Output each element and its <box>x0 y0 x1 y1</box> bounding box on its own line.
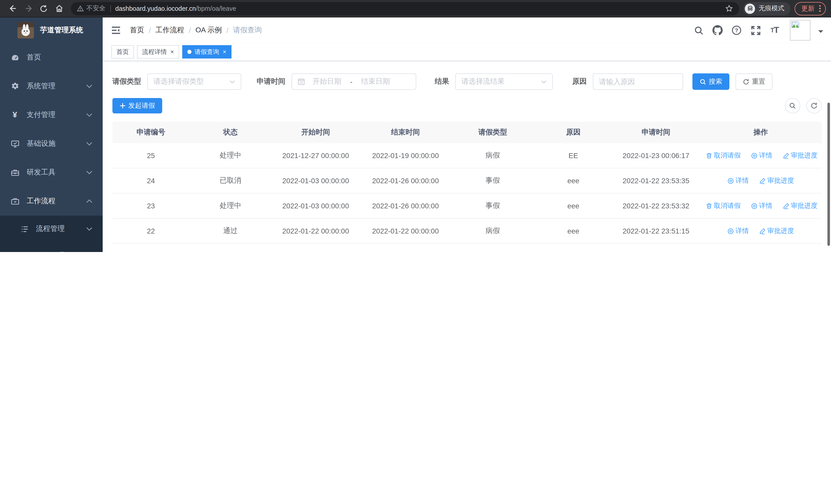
table-header-row: 申请编号 状态 开始时间 结束时间 请假类型 原因 申请时间 操作 <box>112 122 822 143</box>
detail-link[interactable]: 详情 <box>727 176 749 185</box>
breadcrumb-oa-example[interactable]: OA 示例 <box>196 26 222 35</box>
sidebar-item-home[interactable]: 首页 <box>0 43 103 72</box>
forward-icon[interactable] <box>22 2 34 14</box>
result-select[interactable]: 请选择流结果 <box>455 73 553 90</box>
apply-time-range-picker[interactable]: 开始日期 - 结束日期 <box>291 73 416 90</box>
chrome-update-button[interactable]: 更新 <box>795 2 826 15</box>
col-status: 状态 <box>190 122 271 143</box>
top-navbar: 首页 / 工作流程 / OA 示例 / 请假查询 ? <box>103 18 831 43</box>
chevron-down-icon <box>86 170 92 175</box>
gear-icon <box>10 82 20 91</box>
reason-input[interactable] <box>593 73 683 90</box>
sidebar-item-infrastructure[interactable]: 基础设施 <box>0 129 103 158</box>
page-content: 请假类型 请选择请假类型 申请时间 开始日期 - 结束日期 结果 <box>103 61 831 252</box>
row-actions: 取消请假 详情 审批进度 <box>699 143 822 168</box>
sidebar-item-system[interactable]: 系统管理 <box>0 72 103 100</box>
security-status[interactable]: 不安全 <box>77 4 106 13</box>
help-icon[interactable]: ? <box>731 25 742 36</box>
approval-progress-link[interactable]: 审批进度 <box>783 251 818 252</box>
search-icon <box>789 102 796 109</box>
show-search-toggle-button[interactable] <box>785 98 800 113</box>
sidebar-item-workflow[interactable]: 工作流程 <box>0 187 103 215</box>
tab-process-detail[interactable]: 流程详情 × <box>137 45 179 59</box>
active-dot <box>188 50 192 54</box>
browser-menu-icon[interactable] <box>819 5 821 12</box>
detail-link[interactable]: 详情 <box>751 201 773 210</box>
tab-leave-query[interactable]: 请假查询 × <box>182 45 231 59</box>
table-row[interactable]: 25 处理中 2021-12-27 00:00:00 2022-01-19 00… <box>112 143 822 168</box>
approval-progress-link[interactable]: 审批进度 <box>783 151 818 160</box>
broken-image-icon <box>792 22 799 28</box>
col-apply-time: 申请时间 <box>612 122 699 143</box>
chevron-down-icon <box>86 142 92 146</box>
avatar[interactable] <box>790 20 810 40</box>
browser-toolbar: 不安全 dashboard.yudao.iocoder.cn/bpm/oa/le… <box>0 0 831 18</box>
apply-time-label: 申请时间 <box>257 77 285 86</box>
view-icon <box>727 177 734 184</box>
dashboard-icon <box>10 53 20 62</box>
incognito-badge: 无痕模式 <box>743 2 791 15</box>
leave-type-select[interactable]: 请选择请假类型 <box>147 73 241 90</box>
app-logo: 芋道管理系统 <box>0 18 103 43</box>
row-actions: 取消请假 详情 审批进度 <box>699 193 822 218</box>
reset-button[interactable]: 重置 <box>736 73 773 90</box>
approval-progress-link[interactable]: 审批进度 <box>759 176 794 185</box>
search-button[interactable]: 搜索 <box>692 73 729 90</box>
header-search-icon[interactable] <box>693 25 704 36</box>
fullscreen-icon[interactable] <box>750 25 761 36</box>
tags-view: 首页 流程详情 × 请假查询 × <box>103 43 831 61</box>
sidebar-item-process-management[interactable]: 流程管理 <box>0 215 103 242</box>
view-icon <box>751 152 757 159</box>
detail-link[interactable]: 详情 <box>751 151 773 160</box>
detail-link[interactable]: 详情 <box>727 226 749 236</box>
font-size-icon[interactable]: TT <box>769 25 780 36</box>
sidebar-item-task-management[interactable]: 任务管理 <box>0 242 103 252</box>
chevron-up-icon <box>86 199 92 203</box>
yen-icon: ¥ <box>10 110 20 120</box>
cancel-leave-link[interactable]: 取消请假 <box>706 251 741 252</box>
cancel-leave-link[interactable]: 取消请假 <box>706 151 741 160</box>
home-icon[interactable] <box>53 2 65 14</box>
breadcrumb: 首页 / 工作流程 / OA 示例 / 请假查询 <box>130 26 262 35</box>
create-leave-button[interactable]: 发起请假 <box>112 98 162 113</box>
detail-link[interactable]: 详情 <box>751 251 773 252</box>
table-row[interactable]: 23 处理中 2022-01-03 00:00:00 2022-01-26 00… <box>112 193 822 218</box>
table-toolbar: 发起请假 <box>112 98 822 113</box>
sidebar-item-payment[interactable]: ¥ 支付管理 <box>0 100 103 129</box>
avatar-caret-icon[interactable] <box>818 30 823 35</box>
breadcrumb-home[interactable]: 首页 <box>130 26 144 35</box>
app-title: 芋道管理系统 <box>40 26 83 35</box>
github-icon[interactable] <box>712 25 723 36</box>
col-reason: 原因 <box>534 122 612 143</box>
sidebar-collapse-icon[interactable] <box>110 25 122 36</box>
back-icon[interactable] <box>7 2 19 14</box>
close-icon[interactable]: × <box>170 49 174 55</box>
col-start-time: 开始时间 <box>271 122 360 143</box>
breadcrumb-workflow[interactable]: 工作流程 <box>155 26 184 35</box>
workflow-submenu: 流程管理 任务管理 我的流程 <box>0 215 103 252</box>
page-scrollbar[interactable] <box>827 102 830 246</box>
pencil-icon <box>759 177 766 184</box>
sidebar: 芋道管理系统 首页 系统管理 ¥ 支付管理 <box>0 18 103 252</box>
leave-table: 申请编号 状态 开始时间 结束时间 请假类型 原因 申请时间 操作 25 处理中… <box>112 122 822 252</box>
reload-icon[interactable] <box>37 2 50 14</box>
breadcrumb-current: 请假查询 <box>233 26 262 35</box>
refresh-icon <box>810 102 818 109</box>
pencil-icon <box>783 152 790 159</box>
tab-home[interactable]: 首页 <box>111 45 134 59</box>
logo-image <box>18 22 34 38</box>
table-row[interactable]: 22 通过 2022-01-22 00:00:00 2022-01-22 00:… <box>112 218 822 243</box>
approval-progress-link[interactable]: 审批进度 <box>759 226 794 236</box>
refresh-table-button[interactable] <box>806 98 822 113</box>
bookmark-star-icon[interactable] <box>725 5 733 12</box>
sidebar-item-devtools[interactable]: 研发工具 <box>0 158 103 187</box>
table-row[interactable]: 24 已取消 2022-01-03 00:00:00 2022-01-26 00… <box>112 168 822 193</box>
close-icon[interactable]: × <box>223 49 226 55</box>
approval-progress-link[interactable]: 审批进度 <box>783 201 818 210</box>
table-row[interactable]: 21 处理中 2022-01-22 00:00:00 2022-01-23 00… <box>112 243 822 252</box>
trash-icon <box>706 152 712 159</box>
chevron-down-icon <box>229 80 235 83</box>
address-bar[interactable]: 不安全 dashboard.yudao.iocoder.cn/bpm/oa/le… <box>71 2 739 15</box>
end-date-placeholder: 结束日期 <box>361 77 390 86</box>
cancel-leave-link[interactable]: 取消请假 <box>706 201 741 210</box>
